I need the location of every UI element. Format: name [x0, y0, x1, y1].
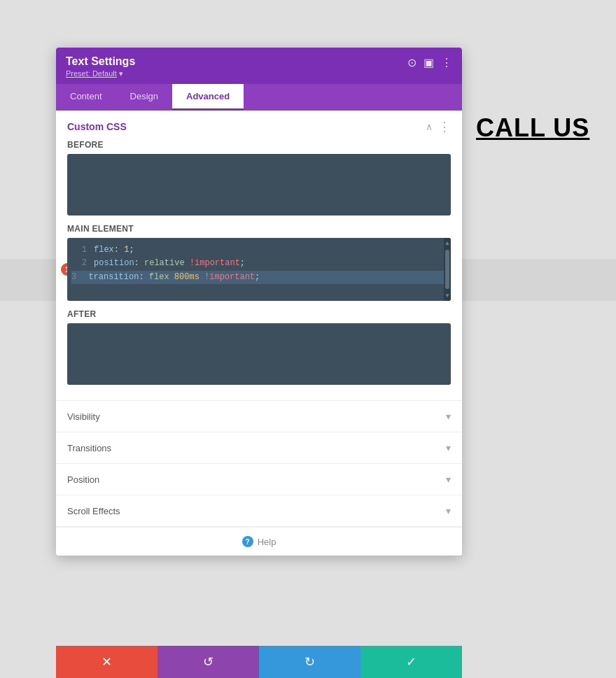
cancel-button[interactable]: ✕ — [56, 646, 158, 678]
custom-css-section: Custom CSS ∧ ⋮ Before Main Element 1 — [56, 111, 462, 401]
after-label: After — [67, 309, 451, 319]
focus-icon[interactable]: ⊙ — [407, 56, 416, 69]
after-editor-wrapper — [67, 323, 451, 385]
more-icon[interactable]: ⋮ — [441, 56, 452, 69]
main-element-editor[interactable]: 1 flex: 1; 2 position: relative !importa… — [67, 238, 451, 301]
help-label[interactable]: Help — [258, 537, 276, 547]
panel-title: Text Settings — [66, 55, 135, 68]
scroll-down-icon[interactable]: ▼ — [444, 290, 450, 301]
panel-body: Custom CSS ∧ ⋮ Before Main Element 1 — [56, 111, 462, 556]
visibility-section[interactable]: Visibility ▾ — [56, 401, 462, 432]
section-collapse-icon[interactable]: ∧ — [426, 121, 433, 132]
tab-design[interactable]: Design — [116, 84, 172, 111]
code-line-3: 3 transition: flex 800ms !important; — [71, 271, 447, 284]
tab-advanced[interactable]: Advanced — [172, 84, 244, 111]
transitions-label: Transitions — [67, 443, 111, 453]
position-label: Position — [67, 474, 99, 485]
panel-header-left: Text Settings Preset: Default ▾ — [66, 55, 135, 78]
tab-content[interactable]: Content — [56, 84, 116, 111]
line-num-2: 2 — [71, 257, 87, 270]
help-area: ? Help — [56, 527, 462, 556]
settings-panel: Text Settings Preset: Default ▾ ⊙ ▣ ⋮ Co… — [56, 48, 462, 556]
before-editor[interactable] — [67, 154, 451, 216]
visibility-arrow-icon: ▾ — [446, 411, 451, 422]
help-icon[interactable]: ? — [242, 536, 253, 547]
call-us-heading: CALL US — [476, 113, 589, 143]
code-line-2: 2 position: relative !important; — [71, 257, 447, 270]
visibility-label: Visibility — [67, 411, 100, 422]
save-button[interactable]: ✓ — [360, 646, 462, 678]
reset-button[interactable]: ↺ — [158, 646, 259, 678]
section-controls: ∧ ⋮ — [426, 120, 451, 133]
position-arrow-icon: ▾ — [446, 474, 451, 485]
scroll-thumb[interactable] — [445, 250, 449, 289]
redo-button[interactable]: ↻ — [259, 646, 360, 678]
scroll-up-icon[interactable]: ▲ — [444, 238, 450, 248]
split-icon[interactable]: ▣ — [424, 56, 434, 69]
editor-scrollbar[interactable]: ▲ ▼ — [444, 238, 451, 301]
main-element-label: Main Element — [67, 224, 451, 234]
section-header: Custom CSS ∧ ⋮ — [67, 120, 451, 133]
after-editor[interactable] — [67, 323, 451, 385]
code-editor-inner: 1 flex: 1; 2 position: relative !importa… — [67, 238, 451, 290]
line-num-1: 1 — [71, 243, 87, 257]
scroll-effects-arrow-icon: ▾ — [446, 505, 451, 516]
position-section[interactable]: Position ▾ — [56, 464, 462, 495]
line-num-3: 3 — [71, 272, 76, 282]
before-label: Before — [67, 140, 451, 150]
section-menu-icon[interactable]: ⋮ — [438, 120, 451, 133]
scroll-effects-label: Scroll Effects — [67, 506, 120, 516]
bottom-toolbar: ✕ ↺ ↻ ✓ — [56, 646, 462, 678]
transitions-arrow-icon: ▾ — [446, 442, 451, 453]
tabs-bar: Content Design Advanced — [56, 84, 462, 111]
scroll-effects-section[interactable]: Scroll Effects ▾ — [56, 495, 462, 527]
line-content-1: flex: 1; — [94, 243, 134, 257]
panel-header: Text Settings Preset: Default ▾ ⊙ ▣ ⋮ — [56, 48, 462, 84]
before-editor-wrapper — [67, 154, 451, 216]
panel-header-icons: ⊙ ▣ ⋮ — [407, 56, 452, 69]
section-title: Custom CSS — [67, 121, 127, 132]
line-content-2: position: relative !important; — [94, 257, 245, 270]
main-element-editor-wrapper: 1 1 flex: 1; 2 — [67, 238, 451, 301]
panel-preset: Preset: Default ▾ — [66, 69, 135, 78]
transitions-section[interactable]: Transitions ▾ — [56, 432, 462, 464]
line-content-3: transition: flex 800ms !important; — [88, 272, 260, 282]
code-line-1: 1 flex: 1; — [71, 243, 447, 257]
